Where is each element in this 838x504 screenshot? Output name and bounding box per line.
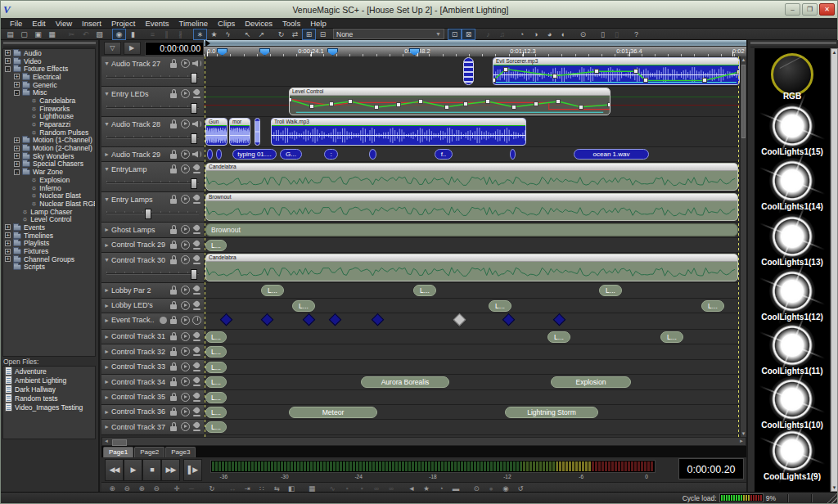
event-marker-diamond[interactable] bbox=[303, 313, 316, 326]
track-lane-control-track-36[interactable]: L...MeteorLightning Storm bbox=[204, 405, 740, 420]
tools-half-view-icon[interactable]: ◧ bbox=[286, 484, 297, 493]
timeline-horizontal-scrollbar[interactable]: ◄ ► bbox=[101, 437, 746, 446]
lamp-icon[interactable] bbox=[192, 241, 201, 250]
event-marker-diamond[interactable] bbox=[261, 313, 274, 326]
toolbar-paste-icon[interactable]: ▧ bbox=[93, 29, 106, 39]
track-header-audio-track-29[interactable]: ►Audio Track 29 bbox=[101, 147, 204, 162]
expand-track-icon[interactable]: ► bbox=[104, 349, 111, 354]
envelope-node[interactable] bbox=[463, 101, 468, 106]
track-header-control-track-34[interactable]: ►Control Track 34 bbox=[101, 375, 204, 389]
menu-help[interactable]: Help bbox=[305, 19, 331, 28]
tree-expander-icon[interactable]: + bbox=[14, 137, 20, 143]
resize-grip[interactable] bbox=[827, 493, 837, 503]
play-track-icon[interactable] bbox=[181, 286, 190, 295]
tree-item-sky-wonders[interactable]: +Sky Wonders bbox=[3, 152, 95, 160]
tools-record-dot-icon[interactable]: ● bbox=[485, 484, 497, 493]
open-file-adventure[interactable]: Adventure bbox=[3, 367, 95, 376]
collapse-track-icon[interactable]: ▼ bbox=[104, 91, 111, 97]
play-track-icon[interactable] bbox=[181, 89, 190, 98]
speaker-icon[interactable] bbox=[192, 150, 201, 159]
envelope-node[interactable] bbox=[418, 99, 423, 104]
track-header-entrylamp[interactable]: ▼EntryLamp bbox=[101, 162, 204, 192]
toolbar-fixture-effect-icon[interactable]: ★ bbox=[208, 29, 220, 39]
expand-track-icon[interactable]: ► bbox=[104, 394, 111, 400]
track-lane-entrylamp[interactable]: Candelabra bbox=[204, 162, 740, 192]
envelope-node[interactable] bbox=[594, 69, 599, 74]
tools-nudge-left-icon[interactable]: ◄ bbox=[406, 484, 417, 493]
tools-link-1-icon[interactable]: ∞ bbox=[371, 484, 382, 493]
play-track-icon[interactable] bbox=[181, 225, 190, 234]
envelope-node[interactable] bbox=[633, 69, 638, 74]
expand-track-icon[interactable]: ► bbox=[104, 242, 111, 248]
track-lane-event-track-[interactable] bbox=[204, 313, 740, 330]
clip-brownout[interactable]: Brownout bbox=[205, 193, 738, 221]
play-button[interactable]: ▶ bbox=[124, 459, 142, 481]
track-lane-control-track-35[interactable]: L... bbox=[204, 390, 740, 405]
tab-page1[interactable]: Page1 bbox=[103, 447, 133, 457]
tree-item-candelabra[interactable]: ☼Candelabra bbox=[3, 97, 95, 105]
tree-item-level-control[interactable]: ☼Level Control bbox=[3, 215, 95, 223]
track-header-control-track-33[interactable]: ►Control Track 33 bbox=[101, 360, 204, 375]
envelope-node[interactable] bbox=[607, 102, 610, 107]
tree-item-electrical[interactable]: +Electrical bbox=[3, 73, 95, 81]
track-lane-audio-track-27[interactable]: Evil Sorcerer.mp3 bbox=[204, 56, 740, 87]
volume-slider-thumb[interactable] bbox=[191, 269, 197, 280]
tree-item-motion-2-channel-[interactable]: +Motion (2-Channel) bbox=[3, 144, 95, 152]
menu-timeline[interactable]: Timeline bbox=[174, 19, 214, 28]
clip-l-[interactable]: L... bbox=[205, 240, 227, 251]
toolbar-undo-icon[interactable]: ↶ bbox=[79, 29, 92, 39]
clip-l-[interactable]: L... bbox=[413, 285, 436, 296]
fixture-light-coollights1-9-[interactable] bbox=[769, 428, 815, 474]
stop-button[interactable]: ■ bbox=[142, 459, 161, 481]
tree-expander-icon[interactable]: + bbox=[14, 82, 20, 88]
tools-reset-view-icon[interactable]: ↺ bbox=[515, 484, 526, 493]
lamp-icon[interactable] bbox=[192, 164, 201, 173]
tree-expander-icon[interactable]: + bbox=[5, 249, 11, 254]
lock-track-icon[interactable] bbox=[169, 316, 178, 325]
clip-candelabra[interactable]: Candelabra bbox=[205, 254, 738, 281]
lamp-icon[interactable] bbox=[192, 225, 201, 234]
volume-slider-thumb[interactable] bbox=[191, 103, 197, 114]
expand-track-icon[interactable]: ► bbox=[104, 287, 111, 293]
tree-expander-icon[interactable]: + bbox=[5, 58, 11, 64]
clip-ocean-1-wav[interactable]: ocean 1.wav bbox=[574, 149, 649, 160]
collapse-track-icon[interactable]: ▼ bbox=[104, 121, 111, 127]
toolbar-select-tool-icon[interactable]: ↖ bbox=[241, 29, 254, 39]
tree-expander-icon[interactable]: + bbox=[5, 50, 11, 56]
clip-brownout[interactable]: Brownout bbox=[205, 223, 738, 236]
track-header-control-track-30[interactable]: ▼Control Track 30 bbox=[101, 253, 204, 283]
lock-track-icon[interactable] bbox=[169, 362, 178, 371]
clip-mini[interactable] bbox=[463, 57, 474, 85]
clip-aurora-borealis[interactable]: Aurora Borealis bbox=[361, 376, 449, 388]
envelope-node[interactable] bbox=[309, 104, 314, 109]
toolbar-timer-1-icon[interactable]: ◔ bbox=[516, 29, 528, 39]
toolbar-loop-playback-icon[interactable]: ↻ bbox=[275, 29, 287, 39]
event-marker-diamond[interactable] bbox=[502, 313, 516, 326]
envelope-node[interactable] bbox=[396, 102, 401, 107]
lock-track-icon[interactable] bbox=[169, 225, 178, 234]
toolbar-new-file-icon[interactable]: ▤ bbox=[4, 29, 16, 39]
envelope-node[interactable] bbox=[374, 105, 379, 110]
toolbar-display-monitor-icon[interactable]: ⊙ bbox=[577, 29, 589, 39]
tools-zoom-in-horizontal-icon[interactable]: ⊕ bbox=[106, 484, 118, 493]
lock-track-icon[interactable] bbox=[169, 347, 178, 356]
track-lane-control-track-33[interactable]: L... bbox=[204, 360, 740, 375]
clip-evil-sorcerer-mp3[interactable]: Evil Sorcerer.mp3 bbox=[493, 57, 740, 85]
toolbar-help-icon[interactable]: ? bbox=[630, 29, 642, 39]
clip-meteor[interactable]: Meteor bbox=[289, 407, 377, 418]
fixtures-scroll-down-icon[interactable]: ▼ bbox=[831, 484, 837, 491]
lamp-icon[interactable] bbox=[192, 332, 201, 341]
tree-expander-icon[interactable]: + bbox=[5, 256, 11, 262]
effect-dropdown[interactable]: None ▼ bbox=[333, 29, 444, 39]
event-marker-diamond[interactable] bbox=[453, 313, 466, 326]
collapse-track-icon[interactable]: ▼ bbox=[104, 166, 111, 172]
lock-track-icon[interactable] bbox=[169, 301, 178, 310]
toolbar-timer-3-icon[interactable]: ◕ bbox=[543, 29, 556, 39]
envelope-node[interactable] bbox=[579, 105, 583, 110]
track-header-control-track-31[interactable]: ►Control Track 31 bbox=[101, 330, 204, 344]
toolbar-insert-clip-icon[interactable]: ◉ bbox=[113, 29, 125, 39]
expand-track-icon[interactable]: ► bbox=[104, 409, 111, 415]
envelope-node[interactable] bbox=[556, 99, 561, 104]
play-track-icon[interactable] bbox=[181, 316, 190, 325]
expand-track-icon[interactable]: ► bbox=[104, 303, 111, 308]
